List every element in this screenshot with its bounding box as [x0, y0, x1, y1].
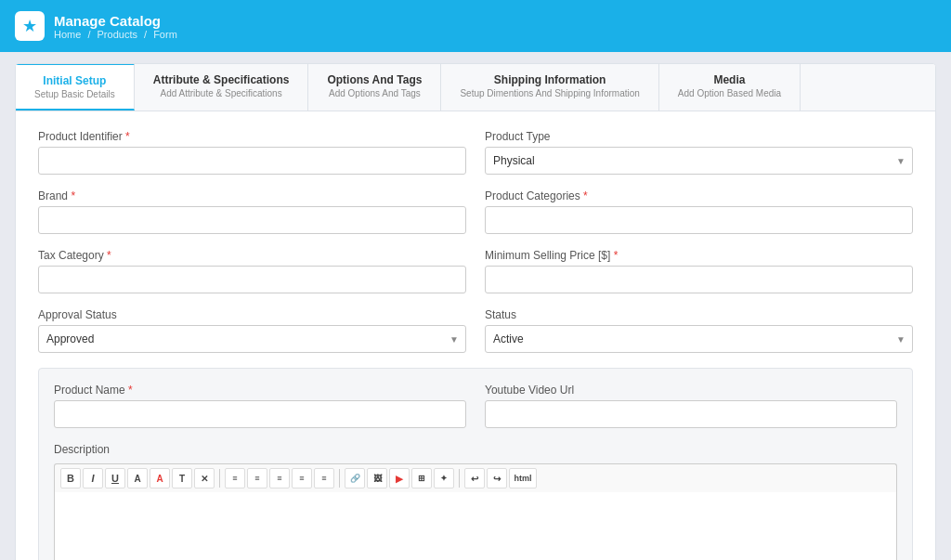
italic-button[interactable]: I	[83, 468, 103, 488]
youtube-url-label: Youtube Video Url	[485, 384, 897, 397]
status-select[interactable]: Active Inactive	[485, 325, 913, 353]
brand-label: Brand *	[38, 189, 466, 202]
tab-initial-setup[interactable]: Initial Setup Setup Basic Details	[16, 63, 135, 111]
form-row-3: Tax Category * Minimum Selling Price [$]…	[38, 249, 913, 293]
tab-bar: Initial Setup Setup Basic Details Attrib…	[16, 64, 935, 111]
product-name-label: Product Name *	[54, 384, 466, 397]
required-marker: *	[125, 130, 130, 143]
description-editor[interactable]	[54, 492, 897, 560]
breadcrumb-home[interactable]: Home	[54, 29, 81, 40]
form-row-1: Product Identifier * Product Type Physic…	[38, 130, 913, 175]
toolbar-separator-3	[459, 469, 460, 488]
min-selling-price-label: Minimum Selling Price [$] *	[485, 249, 913, 262]
unordered-list-button[interactable]: ≡	[225, 468, 245, 488]
brand-group: Brand *	[38, 189, 466, 234]
product-name-input[interactable]	[54, 400, 466, 428]
product-name-section: Product Name * Youtube Video Url Descrip…	[38, 368, 913, 560]
product-type-select-wrapper: Physical Digital Service ▼	[485, 147, 913, 175]
form-row-2: Brand * Product Categories *	[38, 189, 913, 234]
undo-button[interactable]: ↩	[464, 468, 485, 488]
table-button[interactable]: ⊞	[411, 468, 432, 488]
product-type-group: Product Type Physical Digital Service ▼	[485, 130, 913, 175]
underline-button[interactable]: U	[105, 468, 125, 488]
product-identifier-label: Product Identifier *	[38, 130, 466, 143]
align-left-button[interactable]: ≡	[269, 468, 290, 488]
min-selling-price-input[interactable]	[485, 266, 913, 293]
approval-status-group: Approval Status Approved Pending Rejecte…	[38, 308, 466, 353]
min-selling-price-group: Minimum Selling Price [$] *	[485, 249, 913, 293]
breadcrumb-products[interactable]: Products	[98, 29, 137, 40]
product-type-label: Product Type	[485, 130, 913, 143]
tab-attribute-specs[interactable]: Attribute & Specifications Add Attribute…	[135, 64, 309, 111]
align-center-button[interactable]: ≡	[292, 468, 312, 488]
link-button[interactable]: 🔗	[345, 468, 365, 488]
video-button[interactable]: ▶	[389, 468, 410, 488]
product-categories-input[interactable]	[485, 206, 913, 234]
approval-status-label: Approval Status	[38, 308, 466, 321]
tax-category-label: Tax Category *	[38, 249, 466, 262]
main-content: Initial Setup Setup Basic Details Attrib…	[0, 52, 951, 560]
tax-category-group: Tax Category *	[38, 249, 466, 293]
editor-toolbar: B I U A A T ✕ ≡ ≡ ≡ ≡ ≡ 🔗	[54, 463, 897, 492]
font-color-button[interactable]: A	[127, 468, 148, 488]
bold-button[interactable]: B	[60, 468, 81, 488]
tab-options-tags[interactable]: Options And Tags Add Options And Tags	[308, 64, 441, 111]
brand-input[interactable]	[38, 206, 466, 234]
brand-required-marker: *	[71, 189, 75, 202]
breadcrumb-form: Form	[153, 29, 177, 40]
product-categories-group: Product Categories *	[485, 189, 913, 234]
form-row-4: Approval Status Approved Pending Rejecte…	[38, 308, 913, 353]
form-area: Product Identifier * Product Type Physic…	[16, 111, 935, 560]
youtube-url-group: Youtube Video Url	[485, 384, 897, 428]
product-categories-label: Product Categories *	[485, 189, 913, 202]
breadcrumb: Home / Products / Form	[54, 29, 177, 40]
text-format-button[interactable]: T	[172, 468, 192, 488]
status-label: Status	[485, 308, 913, 321]
special-char-button[interactable]: ✦	[434, 468, 454, 488]
ordered-list-button[interactable]: ≡	[247, 468, 267, 488]
product-type-select[interactable]: Physical Digital Service	[485, 147, 913, 175]
approval-status-select-wrapper: Approved Pending Rejected ▼	[38, 325, 466, 353]
product-identifier-input[interactable]	[38, 147, 466, 175]
form-row-5: Product Name * Youtube Video Url	[54, 384, 897, 428]
tab-media[interactable]: Media Add Option Based Media	[659, 64, 801, 111]
status-group: Status Active Inactive ▼	[485, 308, 913, 353]
categories-required-marker: *	[583, 189, 588, 202]
product-name-required-marker: *	[128, 384, 133, 397]
align-right-button[interactable]: ≡	[314, 468, 334, 488]
app-header: ★ Manage Catalog Home / Products / Form	[0, 0, 951, 52]
description-section: Description B I U A A T ✕ ≡ ≡ ≡ ≡	[54, 443, 897, 560]
tax-category-input[interactable]	[38, 266, 466, 293]
approval-status-select[interactable]: Approved Pending Rejected	[38, 325, 466, 353]
youtube-url-input[interactable]	[485, 400, 897, 428]
toolbar-separator-1	[219, 469, 220, 488]
image-button[interactable]: 🖼	[367, 468, 387, 488]
product-name-group: Product Name *	[54, 384, 466, 428]
tab-shipping[interactable]: Shipping Information Setup Dimentions An…	[441, 64, 658, 111]
app-logo: ★	[15, 11, 45, 41]
redo-button[interactable]: ↪	[487, 468, 507, 488]
app-title: Manage Catalog	[54, 13, 177, 29]
clear-format-button[interactable]: ✕	[194, 468, 215, 488]
toolbar-separator-2	[339, 469, 340, 488]
description-label: Description	[54, 443, 897, 456]
form-card: Initial Setup Setup Basic Details Attrib…	[15, 63, 936, 560]
html-button[interactable]: html	[509, 468, 537, 488]
product-identifier-group: Product Identifier *	[38, 130, 466, 175]
tax-required-marker: *	[107, 249, 111, 262]
price-required-marker: *	[614, 249, 619, 262]
status-select-wrapper: Active Inactive ▼	[485, 325, 913, 353]
highlight-button[interactable]: A	[150, 468, 170, 488]
